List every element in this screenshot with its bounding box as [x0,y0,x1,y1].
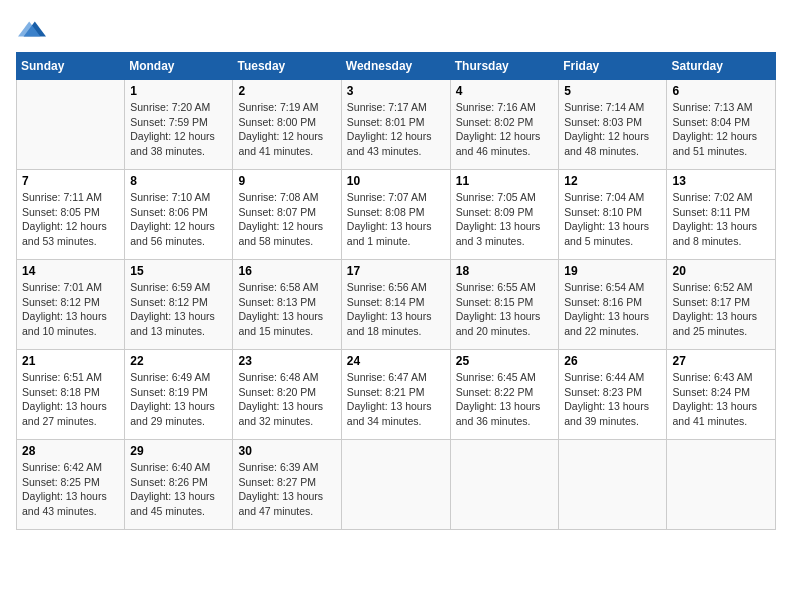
day-number: 20 [672,264,770,278]
day-number: 7 [22,174,119,188]
day-info: Sunrise: 6:55 AM Sunset: 8:15 PM Dayligh… [456,280,554,339]
calendar-cell: 17Sunrise: 6:56 AM Sunset: 8:14 PM Dayli… [341,260,450,350]
day-number: 2 [238,84,335,98]
day-number: 24 [347,354,445,368]
weekday-header-thursday: Thursday [450,53,559,80]
calendar-cell: 29Sunrise: 6:40 AM Sunset: 8:26 PM Dayli… [125,440,233,530]
calendar-cell: 11Sunrise: 7:05 AM Sunset: 8:09 PM Dayli… [450,170,559,260]
day-number: 16 [238,264,335,278]
calendar-cell: 13Sunrise: 7:02 AM Sunset: 8:11 PM Dayli… [667,170,776,260]
day-number: 26 [564,354,661,368]
calendar-cell: 21Sunrise: 6:51 AM Sunset: 8:18 PM Dayli… [17,350,125,440]
day-number: 22 [130,354,227,368]
day-number: 10 [347,174,445,188]
calendar-cell [559,440,667,530]
day-number: 15 [130,264,227,278]
day-info: Sunrise: 6:51 AM Sunset: 8:18 PM Dayligh… [22,370,119,429]
day-number: 14 [22,264,119,278]
day-info: Sunrise: 6:59 AM Sunset: 8:12 PM Dayligh… [130,280,227,339]
day-info: Sunrise: 7:17 AM Sunset: 8:01 PM Dayligh… [347,100,445,159]
calendar-cell: 12Sunrise: 7:04 AM Sunset: 8:10 PM Dayli… [559,170,667,260]
calendar-cell [667,440,776,530]
day-info: Sunrise: 7:08 AM Sunset: 8:07 PM Dayligh… [238,190,335,249]
calendar-cell: 7Sunrise: 7:11 AM Sunset: 8:05 PM Daylig… [17,170,125,260]
day-number: 8 [130,174,227,188]
calendar-cell: 9Sunrise: 7:08 AM Sunset: 8:07 PM Daylig… [233,170,341,260]
day-info: Sunrise: 6:54 AM Sunset: 8:16 PM Dayligh… [564,280,661,339]
calendar-cell: 20Sunrise: 6:52 AM Sunset: 8:17 PM Dayli… [667,260,776,350]
day-number: 27 [672,354,770,368]
calendar-cell: 10Sunrise: 7:07 AM Sunset: 8:08 PM Dayli… [341,170,450,260]
calendar-cell: 26Sunrise: 6:44 AM Sunset: 8:23 PM Dayli… [559,350,667,440]
calendar-cell: 1Sunrise: 7:20 AM Sunset: 7:59 PM Daylig… [125,80,233,170]
weekday-header-tuesday: Tuesday [233,53,341,80]
day-number: 1 [130,84,227,98]
calendar-cell: 22Sunrise: 6:49 AM Sunset: 8:19 PM Dayli… [125,350,233,440]
day-info: Sunrise: 6:48 AM Sunset: 8:20 PM Dayligh… [238,370,335,429]
calendar-cell [450,440,559,530]
day-info: Sunrise: 6:52 AM Sunset: 8:17 PM Dayligh… [672,280,770,339]
calendar-cell: 4Sunrise: 7:16 AM Sunset: 8:02 PM Daylig… [450,80,559,170]
day-number: 19 [564,264,661,278]
day-info: Sunrise: 6:47 AM Sunset: 8:21 PM Dayligh… [347,370,445,429]
day-info: Sunrise: 7:11 AM Sunset: 8:05 PM Dayligh… [22,190,119,249]
day-info: Sunrise: 7:01 AM Sunset: 8:12 PM Dayligh… [22,280,119,339]
day-info: Sunrise: 6:39 AM Sunset: 8:27 PM Dayligh… [238,460,335,519]
calendar-cell: 8Sunrise: 7:10 AM Sunset: 8:06 PM Daylig… [125,170,233,260]
calendar-cell: 15Sunrise: 6:59 AM Sunset: 8:12 PM Dayli… [125,260,233,350]
day-number: 30 [238,444,335,458]
day-number: 3 [347,84,445,98]
day-info: Sunrise: 6:56 AM Sunset: 8:14 PM Dayligh… [347,280,445,339]
calendar-cell: 23Sunrise: 6:48 AM Sunset: 8:20 PM Dayli… [233,350,341,440]
day-info: Sunrise: 7:19 AM Sunset: 8:00 PM Dayligh… [238,100,335,159]
day-number: 4 [456,84,554,98]
calendar-cell: 14Sunrise: 7:01 AM Sunset: 8:12 PM Dayli… [17,260,125,350]
calendar-cell: 16Sunrise: 6:58 AM Sunset: 8:13 PM Dayli… [233,260,341,350]
calendar-cell: 6Sunrise: 7:13 AM Sunset: 8:04 PM Daylig… [667,80,776,170]
calendar-cell: 25Sunrise: 6:45 AM Sunset: 8:22 PM Dayli… [450,350,559,440]
day-info: Sunrise: 6:40 AM Sunset: 8:26 PM Dayligh… [130,460,227,519]
calendar-cell: 24Sunrise: 6:47 AM Sunset: 8:21 PM Dayli… [341,350,450,440]
weekday-header-wednesday: Wednesday [341,53,450,80]
day-number: 13 [672,174,770,188]
day-info: Sunrise: 6:43 AM Sunset: 8:24 PM Dayligh… [672,370,770,429]
day-number: 23 [238,354,335,368]
day-number: 11 [456,174,554,188]
calendar-cell: 5Sunrise: 7:14 AM Sunset: 8:03 PM Daylig… [559,80,667,170]
day-number: 28 [22,444,119,458]
weekday-header-monday: Monday [125,53,233,80]
day-info: Sunrise: 7:04 AM Sunset: 8:10 PM Dayligh… [564,190,661,249]
calendar-cell: 18Sunrise: 6:55 AM Sunset: 8:15 PM Dayli… [450,260,559,350]
day-number: 12 [564,174,661,188]
calendar-cell: 28Sunrise: 6:42 AM Sunset: 8:25 PM Dayli… [17,440,125,530]
calendar-cell: 30Sunrise: 6:39 AM Sunset: 8:27 PM Dayli… [233,440,341,530]
day-info: Sunrise: 7:20 AM Sunset: 7:59 PM Dayligh… [130,100,227,159]
day-info: Sunrise: 7:10 AM Sunset: 8:06 PM Dayligh… [130,190,227,249]
day-info: Sunrise: 7:13 AM Sunset: 8:04 PM Dayligh… [672,100,770,159]
day-info: Sunrise: 6:45 AM Sunset: 8:22 PM Dayligh… [456,370,554,429]
logo-icon [18,16,46,44]
weekday-header-saturday: Saturday [667,53,776,80]
day-number: 21 [22,354,119,368]
calendar-cell: 2Sunrise: 7:19 AM Sunset: 8:00 PM Daylig… [233,80,341,170]
day-info: Sunrise: 7:02 AM Sunset: 8:11 PM Dayligh… [672,190,770,249]
calendar-cell: 19Sunrise: 6:54 AM Sunset: 8:16 PM Dayli… [559,260,667,350]
day-info: Sunrise: 6:58 AM Sunset: 8:13 PM Dayligh… [238,280,335,339]
weekday-header-friday: Friday [559,53,667,80]
day-info: Sunrise: 6:42 AM Sunset: 8:25 PM Dayligh… [22,460,119,519]
calendar-cell: 27Sunrise: 6:43 AM Sunset: 8:24 PM Dayli… [667,350,776,440]
day-info: Sunrise: 7:16 AM Sunset: 8:02 PM Dayligh… [456,100,554,159]
calendar-cell [341,440,450,530]
day-number: 29 [130,444,227,458]
day-info: Sunrise: 6:49 AM Sunset: 8:19 PM Dayligh… [130,370,227,429]
calendar-cell [17,80,125,170]
day-info: Sunrise: 7:05 AM Sunset: 8:09 PM Dayligh… [456,190,554,249]
day-number: 5 [564,84,661,98]
day-number: 17 [347,264,445,278]
day-number: 6 [672,84,770,98]
day-info: Sunrise: 7:07 AM Sunset: 8:08 PM Dayligh… [347,190,445,249]
day-number: 25 [456,354,554,368]
day-info: Sunrise: 6:44 AM Sunset: 8:23 PM Dayligh… [564,370,661,429]
day-info: Sunrise: 7:14 AM Sunset: 8:03 PM Dayligh… [564,100,661,159]
logo [16,16,46,44]
